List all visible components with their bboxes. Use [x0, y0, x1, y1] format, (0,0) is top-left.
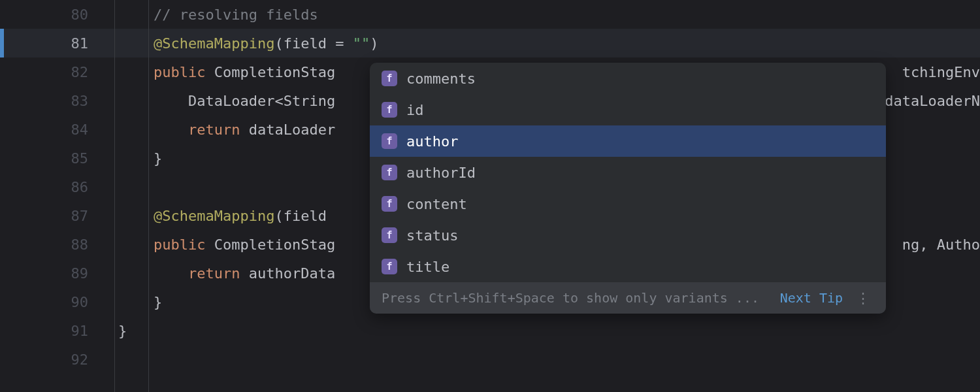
completion-label: status — [406, 227, 458, 244]
indent-guide — [114, 0, 115, 392]
gutter-line: 86 — [0, 172, 108, 201]
gutter-line: 88 — [0, 230, 108, 259]
kebab-menu-icon[interactable]: ⋮ — [852, 290, 874, 306]
line-number: 91 — [71, 323, 89, 339]
line-number: 85 — [71, 150, 89, 167]
line-number: 92 — [71, 351, 89, 368]
completion-label: authorId — [406, 165, 476, 181]
completion-item-comments[interactable]: f comments — [370, 63, 886, 94]
line-number: 86 — [71, 179, 89, 195]
field-icon: f — [382, 227, 397, 243]
comment-text: // resolving fields — [154, 7, 318, 23]
line-number: 88 — [71, 237, 89, 253]
field-icon: f — [382, 196, 397, 212]
field-icon: f — [382, 133, 397, 149]
field-icon: f — [382, 165, 397, 180]
current-line-marker — [0, 29, 4, 57]
gutter: 80 81 82 83 84 85 86 — [0, 0, 108, 392]
annotation: @SchemaMapping — [154, 35, 274, 52]
gutter-line: 91 — [0, 316, 108, 345]
line-number: 89 — [71, 265, 89, 282]
field-icon: f — [382, 71, 397, 86]
gutter-line: 80 — [0, 0, 108, 29]
next-tip-link[interactable]: Next Tip — [780, 290, 843, 306]
completion-label: author — [406, 133, 458, 150]
line-number: 84 — [71, 122, 89, 138]
completion-label: title — [406, 259, 449, 275]
field-icon: f — [382, 102, 397, 118]
gutter-line: 87 — [0, 201, 108, 230]
completion-item-id[interactable]: f id — [370, 94, 886, 125]
code-line[interactable]: // resolving fields — [108, 0, 980, 29]
gutter-line: 92 — [0, 345, 108, 374]
completion-label: id — [406, 102, 424, 118]
gutter-line: 82 — [0, 57, 108, 86]
gutter-line: 81 — [0, 29, 108, 57]
code-line[interactable] — [108, 345, 980, 374]
completion-item-content[interactable]: f content — [370, 188, 886, 220]
completion-item-authorid[interactable]: f authorId — [370, 157, 886, 188]
gutter-line: 90 — [0, 287, 108, 316]
completion-label: content — [406, 196, 467, 212]
line-number: 80 — [71, 7, 89, 23]
completion-item-author[interactable]: f author — [370, 125, 886, 157]
gutter-line: 84 — [0, 115, 108, 144]
completion-popup: f comments f id f author f authorId f co… — [370, 63, 886, 314]
gutter-line: 89 — [0, 259, 108, 287]
line-number: 81 — [71, 35, 89, 52]
string-literal: "" — [353, 35, 370, 52]
completion-footer: Press Ctrl+Shift+Space to show only vari… — [370, 282, 886, 314]
completion-label: comments — [406, 71, 476, 87]
code-line[interactable]: } — [108, 316, 980, 345]
gutter-line: 83 — [0, 86, 108, 115]
completion-hint: Press Ctrl+Shift+Space to show only vari… — [382, 290, 771, 306]
line-number: 87 — [71, 208, 89, 224]
line-number: 83 — [71, 93, 89, 109]
indent-guide — [148, 0, 149, 392]
gutter-line: 85 — [0, 144, 108, 172]
line-number: 82 — [71, 64, 89, 80]
field-icon: f — [382, 259, 397, 274]
line-number: 90 — [71, 294, 89, 310]
completion-item-title[interactable]: f title — [370, 251, 886, 282]
completion-item-status[interactable]: f status — [370, 220, 886, 251]
code-line[interactable]: @SchemaMapping(field = "") — [108, 29, 980, 57]
